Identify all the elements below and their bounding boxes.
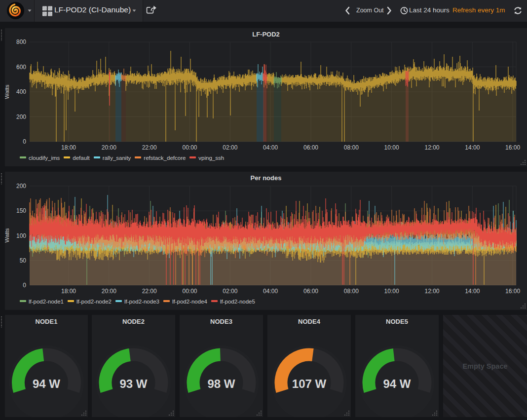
- svg-text:400: 400: [16, 88, 26, 95]
- svg-text:600: 600: [16, 64, 26, 71]
- svg-text:94 W: 94 W: [383, 377, 411, 390]
- svg-text:08:00: 08:00: [344, 288, 359, 295]
- svg-text:94 W: 94 W: [33, 377, 60, 390]
- svg-text:50: 50: [20, 257, 27, 264]
- svg-text:200: 200: [16, 183, 26, 190]
- svg-text:200: 200: [16, 114, 26, 120]
- svg-text:12:00: 12:00: [424, 144, 439, 151]
- svg-text:18:00: 18:00: [61, 144, 76, 151]
- svg-text:100: 100: [16, 232, 26, 239]
- svg-text:98 W: 98 W: [207, 377, 235, 390]
- svg-text:0: 0: [23, 282, 26, 289]
- svg-text:20:00: 20:00: [102, 288, 116, 295]
- svg-text:00:00: 00:00: [182, 288, 197, 295]
- svg-text:93 W: 93 W: [119, 377, 147, 390]
- svg-text:10:00: 10:00: [384, 144, 399, 151]
- svg-text:14:00: 14:00: [465, 144, 480, 151]
- svg-text:Watts: Watts: [5, 228, 10, 242]
- svg-text:06:00: 06:00: [303, 288, 318, 295]
- svg-text:00:00: 00:00: [182, 144, 197, 151]
- svg-text:04:00: 04:00: [263, 144, 278, 151]
- svg-text:02:00: 02:00: [223, 144, 237, 151]
- svg-text:14:00: 14:00: [465, 288, 480, 295]
- svg-text:12:00: 12:00: [424, 288, 439, 295]
- svg-text:107 W: 107 W: [292, 377, 327, 390]
- svg-text:Watts: Watts: [5, 84, 10, 99]
- svg-text:16:00: 16:00: [505, 288, 520, 295]
- svg-text:02:00: 02:00: [223, 288, 237, 295]
- svg-text:22:00: 22:00: [142, 144, 157, 151]
- svg-text:0: 0: [23, 138, 26, 145]
- svg-text:04:00: 04:00: [263, 288, 278, 295]
- svg-text:150: 150: [16, 207, 26, 214]
- svg-text:06:00: 06:00: [303, 144, 318, 151]
- svg-text:08:00: 08:00: [344, 144, 359, 151]
- svg-text:18:00: 18:00: [61, 288, 76, 295]
- svg-text:16:00: 16:00: [505, 144, 520, 151]
- svg-text:800: 800: [16, 38, 26, 45]
- svg-text:20:00: 20:00: [102, 144, 116, 151]
- svg-text:22:00: 22:00: [142, 288, 157, 295]
- svg-text:10:00: 10:00: [384, 288, 399, 295]
